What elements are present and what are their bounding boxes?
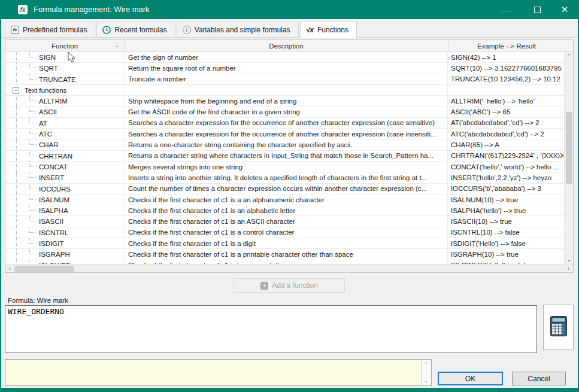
example-cell: CHRTRAN('(617)229-2924' , '(XXX)X...: [448, 151, 563, 161]
column-header-example[interactable]: Example --> Result: [448, 40, 565, 51]
sort-ascending-icon: ▲: [115, 44, 119, 48]
table-row[interactable]: CONCAT Merges several strings into one s…: [5, 162, 564, 172]
formula-document-icon: fx: [11, 26, 19, 34]
table-row[interactable]: ALLTRIM Strip whitespace from the beginn…: [5, 96, 564, 107]
description-cell: Checks if the first character of c1 is a…: [125, 205, 448, 215]
maximize-button[interactable]: [525, 0, 550, 19]
horizontal-scrollbar[interactable]: ‹ ›: [5, 264, 573, 272]
table-row[interactable]: ASCII Get the ASCII code of the first ch…: [5, 107, 564, 117]
tab-recent-formulas[interactable]: Recent formulas: [96, 22, 175, 37]
function-example: CHRTRAN('(617)229-2924' , '(XXX)X...: [451, 152, 563, 159]
table-row[interactable]: ISDIGIT Checks if the first character of…: [5, 238, 564, 249]
tree-elbow-icon: [29, 162, 37, 167]
function-example: ISGRAPH(10) --> true: [451, 251, 519, 258]
example-cell: SQRT(10) --> 3.1622776601683795: [448, 63, 563, 73]
minimize-button[interactable]: —: [493, 0, 519, 19]
example-cell: CONCAT('hello',' world') --> hello ...: [448, 162, 563, 172]
function-example: ISCNTRL(10) --> false: [451, 229, 520, 236]
function-example: ALLTRIM(' hello') --> 'hello': [451, 98, 535, 105]
function-name: TRUNCATE: [39, 74, 76, 84]
table-row[interactable]: ISALPHA Checks if the first character of…: [5, 205, 564, 216]
collapse-group-icon[interactable]: −: [13, 87, 19, 94]
table-body: SIGN Get the sign of number SIGN(42) -->…: [5, 52, 564, 265]
function-description: Strip whitespace from the beginning and …: [128, 98, 296, 105]
table-row[interactable]: AT Searches a character expression for t…: [5, 118, 564, 129]
scroll-left-icon[interactable]: ‹: [5, 265, 14, 273]
function-name: ATC: [39, 129, 52, 139]
column-header-description[interactable]: Description: [125, 40, 448, 51]
example-cell: TRUNCATE(10.123456,2) --> 10.12: [448, 74, 563, 84]
vertical-scrollbar[interactable]: ⌃ ⌄: [564, 52, 573, 265]
tab-bar: fx Predefined formulas Recent formulas i…: [1, 21, 578, 38]
message-scroll-up-icon[interactable]: ⌃: [422, 360, 431, 369]
function-description: Checks if the first character of c1 is a…: [128, 240, 256, 247]
scroll-right-icon[interactable]: ›: [564, 265, 573, 273]
example-cell: ATC('abcdabcdabcd','cd') --> 2: [448, 129, 563, 139]
function-name: INSERT: [39, 172, 64, 183]
message-scroll-down-icon[interactable]: ⌄: [422, 376, 431, 385]
close-button[interactable]: ✕: [552, 0, 577, 19]
function-cell: CONCAT: [5, 162, 125, 172]
function-description: Returns a one-character string containin…: [128, 141, 353, 148]
maximize-icon: [534, 7, 541, 13]
function-example: AT('abcdabcdabcd','cd') --> 2: [451, 119, 539, 126]
ok-button[interactable]: OK: [438, 372, 503, 385]
table-row[interactable]: CHAR Returns a one-character string cont…: [5, 139, 564, 150]
description-cell: Returns a character string where charact…: [125, 151, 448, 161]
function-cell: ATC: [5, 129, 125, 139]
calculator-icon: [550, 316, 567, 339]
function-example: CONCAT('hello',' world') --> hello ...: [451, 163, 559, 171]
tree-elbow-icon: [29, 151, 37, 156]
table-row[interactable]: INSERT Inserts a string into another str…: [5, 172, 564, 183]
tab-label: Functions: [317, 26, 348, 34]
table-row[interactable]: SQRT Return the square root of a number …: [5, 63, 564, 74]
table-row[interactable]: ATC Searches a character expression for …: [5, 129, 564, 139]
vertical-scrollbar-thumb[interactable]: [566, 112, 572, 184]
cancel-button[interactable]: Cancel: [512, 372, 566, 385]
function-cell: SQRT: [5, 63, 125, 73]
tab-predefined-formulas[interactable]: fx Predefined formulas: [5, 22, 95, 37]
table-row[interactable]: IOCCURS Count the number of times a char…: [5, 184, 564, 195]
function-cell: CHRTRAN: [5, 151, 125, 161]
tab-variables-simple-formulas[interactable]: i Variables and simple formulas: [177, 22, 299, 37]
tree-elbow-icon: [29, 107, 37, 112]
tree-elbow-icon: [29, 216, 37, 221]
function-name: IOCCURS: [39, 184, 71, 194]
table-row[interactable]: CHRTRAN Returns a character string where…: [5, 151, 564, 162]
example-cell: [448, 85, 563, 95]
function-name: Text functions: [25, 85, 66, 95]
tab-functions[interactable]: √x Functions: [300, 21, 357, 38]
scroll-up-icon[interactable]: ⌃: [565, 52, 574, 61]
titlebar: fx Formula management: Wire mark — ✕: [0, 0, 579, 19]
column-header-function[interactable]: Function ▲: [5, 40, 125, 51]
table-row[interactable]: ISCNTRL Checks if the first character of…: [5, 227, 564, 238]
calculator-button[interactable]: [543, 305, 574, 350]
function-cell: ISDIGIT: [5, 238, 125, 248]
tree-elbow-icon: [29, 74, 37, 80]
function-cell: INSERT: [5, 172, 125, 183]
table-row[interactable]: ISGRAPH Checks if the first character of…: [5, 249, 564, 260]
example-cell: ISDIGIT('Hello') --> false: [448, 238, 563, 248]
table-row[interactable]: ISASCII Checks if the first character of…: [5, 216, 564, 227]
function-name: ISCNTRL: [39, 227, 68, 238]
description-cell: Checks if the first character of c1 is a…: [125, 249, 448, 259]
table-row[interactable]: − Text functions: [5, 85, 564, 96]
function-cell: ISASCII: [5, 216, 125, 226]
table-row[interactable]: TRUNCATE Truncate a number TRUNCATE(10.1…: [5, 74, 564, 85]
function-cell: TRUNCATE: [5, 74, 125, 84]
table-row[interactable]: SIGN Get the sign of number SIGN(42) -->…: [5, 52, 564, 63]
function-description: Truncate a number: [128, 75, 186, 83]
tab-label: Recent formulas: [114, 26, 166, 34]
description-cell: Searches a character expression for the …: [125, 129, 448, 139]
add-function-button[interactable]: + Add a function: [234, 278, 345, 293]
dialog-border-bottom: [0, 388, 579, 392]
horizontal-scrollbar-thumb[interactable]: [14, 266, 74, 272]
scroll-down-icon[interactable]: ⌄: [565, 256, 574, 265]
formula-input[interactable]: WIRE_ORDERNO: [5, 305, 537, 353]
example-cell: ASCII('ABC') --> 65: [448, 107, 563, 117]
table-row[interactable]: ISALNUM Checks if the first character of…: [5, 195, 564, 205]
function-cell: AT: [5, 118, 125, 128]
tree-elbow-icon: [29, 195, 37, 200]
function-description: Inserts a string into another string. It…: [128, 174, 427, 181]
message-scrollbar[interactable]: ⌃ ⌄: [421, 360, 431, 385]
